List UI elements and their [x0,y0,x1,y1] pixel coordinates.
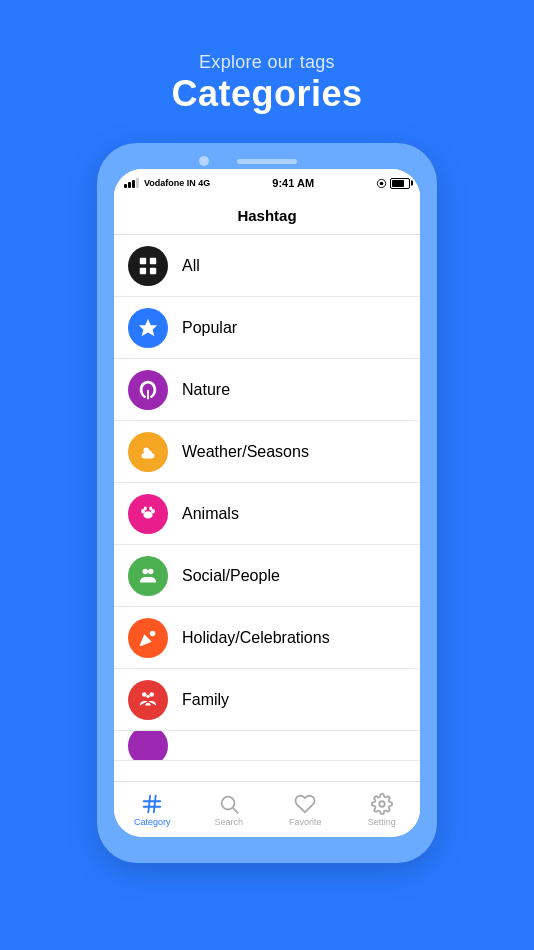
svg-point-15 [143,568,149,574]
list-item[interactable]: Social/People [114,545,420,607]
svg-point-19 [149,692,154,697]
svg-point-18 [142,692,147,697]
tab-favorite-label: Favorite [289,817,322,827]
status-left: Vodafone IN 4G [124,178,210,188]
hashtag-icon [141,793,163,815]
location-icon [376,178,387,189]
svg-point-14 [149,506,152,510]
category-name: Family [182,691,229,709]
svg-point-23 [379,801,385,807]
signal-bar-2 [128,182,131,188]
family-icon [128,680,168,720]
signal-bars [124,178,139,188]
svg-point-0 [380,181,384,185]
holiday-icon [128,618,168,658]
category-name: Nature [182,381,230,399]
grid-icon [137,255,159,277]
tab-bar: Category Search Favorite [114,781,420,837]
svg-rect-4 [140,267,146,273]
phone-shell: Vodafone IN 4G 9:41 AM Hashtag [97,143,437,863]
status-bar: Vodafone IN 4G 9:41 AM [114,169,420,197]
category-name: Social/People [182,567,280,585]
signal-bar-4 [136,178,139,188]
background: Explore our tags Categories Vodafone IN … [0,0,534,950]
list-item[interactable] [114,731,420,761]
list-item[interactable]: Weather/Seasons [114,421,420,483]
nav-title-text: Hashtag [237,207,296,224]
svg-point-20 [146,694,149,697]
search-icon [218,793,240,815]
category-name: Weather/Seasons [182,443,309,461]
status-right [376,178,410,189]
svg-rect-2 [140,257,146,263]
svg-point-17 [150,630,156,636]
weather-icon [128,432,168,472]
svg-point-10 [143,511,152,518]
carrier-text: Vodafone IN 4G [144,178,210,188]
svg-point-21 [221,796,234,809]
svg-point-13 [144,506,147,510]
header: Explore our tags Categories [171,52,362,115]
svg-rect-3 [150,257,156,263]
category-name: Animals [182,505,239,523]
tab-setting-label: Setting [368,817,396,827]
svg-marker-6 [139,318,157,335]
tab-search[interactable]: Search [204,793,254,827]
svg-point-16 [148,568,154,574]
list-item[interactable]: Holiday/Celebrations [114,607,420,669]
svg-line-22 [233,808,238,813]
nav-title: Hashtag [114,197,420,235]
nature-icon [128,370,168,410]
tab-setting[interactable]: Setting [357,793,407,827]
svg-rect-5 [150,267,156,273]
heart-icon [294,793,316,815]
list-item[interactable]: Family [114,669,420,731]
celebration-icon [137,627,159,649]
sun-cloud-icon [137,441,159,463]
leaf-icon [137,379,159,401]
more-icon [128,731,168,761]
animals-icon [128,494,168,534]
tab-category[interactable]: Category [127,793,177,827]
category-name: Holiday/Celebrations [182,629,330,647]
signal-bar-1 [124,184,127,188]
battery-fill [392,180,404,187]
category-name: Popular [182,319,237,337]
phone-camera [199,156,209,166]
categories-label: Categories [171,73,362,115]
paw-icon [137,503,159,525]
family-people-icon [137,689,159,711]
gear-icon [371,793,393,815]
list-item[interactable]: Popular [114,297,420,359]
category-name: All [182,257,200,275]
list-item[interactable]: Animals [114,483,420,545]
tab-search-label: Search [214,817,243,827]
list-item[interactable]: Nature [114,359,420,421]
phone-screen: Vodafone IN 4G 9:41 AM Hashtag [114,169,420,837]
svg-rect-9 [144,450,151,455]
explore-label: Explore our tags [171,52,362,73]
signal-bar-3 [132,180,135,188]
battery-icon [390,178,410,189]
star-icon [137,317,159,339]
people-icon [137,565,159,587]
popular-icon [128,308,168,348]
all-icon [128,246,168,286]
category-list: All Popular [114,235,420,781]
tab-favorite[interactable]: Favorite [280,793,330,827]
social-icon [128,556,168,596]
list-item[interactable]: All [114,235,420,297]
time-display: 9:41 AM [272,177,314,189]
tab-category-label: Category [134,817,171,827]
